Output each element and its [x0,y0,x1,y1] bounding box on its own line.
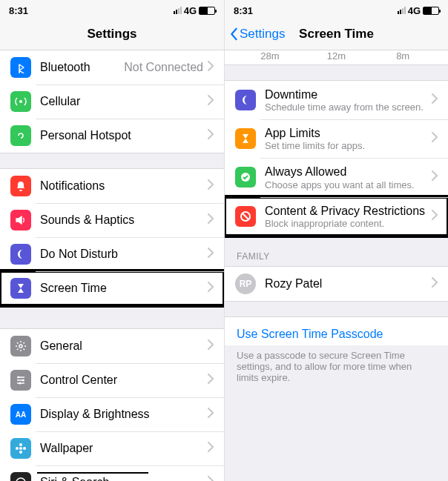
row-subtitle: Set time limits for apps. [265,140,432,151]
screentime-screen: 8:31 4G Settings Screen Time 28m 12m 8m … [224,0,448,481]
page-title: Settings [87,27,136,42]
row-label: Always Allowed [265,165,432,179]
status-time: 8:31 [234,5,253,16]
chevron-right-icon [208,408,214,421]
settings-row[interactable]: Do Not Disturb [0,237,224,271]
settings-row[interactable]: App LimitsSet time limits for apps. [225,119,448,158]
chevron-right-icon [208,374,214,387]
usage-axis: 28m 12m 8m [225,50,448,65]
svg-point-3 [22,379,24,382]
chevron-right-icon [208,61,214,74]
link-icon [10,125,31,146]
svg-point-7 [19,443,22,446]
bell-icon [10,176,31,196]
settings-row[interactable]: BluetoothNot Connected [0,50,224,84]
navbar: Settings Screen Time [225,18,448,50]
flower-icon [10,438,31,459]
gear-icon [10,336,31,356]
chevron-right-icon [432,277,438,291]
navbar: Settings [0,18,224,50]
chevron-right-icon [432,93,438,107]
avatar: RP [235,273,256,294]
chevron-right-icon [432,170,438,184]
back-button[interactable]: Settings [229,27,285,42]
row-label: General [40,339,208,353]
row-label: Rozy Patel [265,277,432,291]
chevron-right-icon [432,210,438,223]
row-subtitle: Block inappropriate content. [265,218,432,229]
check-icon [235,167,256,188]
aa-icon: AA [10,404,31,425]
bluetooth-icon [10,57,31,78]
svg-point-4 [19,382,22,385]
chevron-right-icon [208,339,214,353]
settings-row[interactable]: Cellular [0,84,224,119]
family-member-row[interactable]: RPRozy Patel [225,267,448,301]
chevron-right-icon [432,132,438,145]
svg-point-0 [19,100,22,103]
row-value: Not Connected [124,61,203,74]
chevron-right-icon [208,95,214,108]
moon-icon [10,244,31,265]
row-label: Screen Time [40,282,208,295]
row-label: Display & Brightness [40,408,208,421]
signal-icon [174,7,182,14]
chevron-left-icon [229,27,238,41]
network-label: 4G [408,5,421,16]
row-label: App Limits [265,126,432,140]
moon-icon [235,90,256,110]
passcode-footnote: Use a passcode to secure Screen Time set… [225,345,448,398]
settings-row[interactable]: Sounds & Haptics [0,203,224,237]
chevron-right-icon [208,213,214,227]
use-passcode-link[interactable]: Use Screen Time Passcode [225,316,448,345]
status-time: 8:31 [9,5,28,16]
row-subtitle: Choose apps you want at all times. [265,179,432,190]
settings-screen: 8:31 4G Settings BluetoothNot ConnectedC… [0,0,224,481]
page-title: Screen Time [299,27,374,42]
speaker-icon [10,210,31,230]
row-label: Do Not Disturb [40,248,208,261]
settings-row[interactable]: Content & Privacy RestrictionsBlock inap… [225,197,448,236]
row-label: Cellular [40,95,208,108]
chevron-right-icon [208,282,214,295]
svg-point-8 [19,451,22,454]
svg-point-2 [18,376,20,379]
row-subtitle: Schedule time away from the screen. [265,102,432,113]
svg-point-10 [23,447,26,450]
chevron-right-icon [208,248,214,261]
row-label: Control Center [40,374,208,387]
back-label: Settings [240,27,285,42]
row-label: Personal Hotspot [40,129,208,142]
section-header-family: FAMILY [225,236,448,266]
nope-icon [235,206,256,227]
battery-icon [199,7,215,15]
siri-icon [10,472,31,481]
battery-icon [423,7,439,15]
network-label: 4G [184,5,197,16]
antenna-icon [10,91,31,112]
settings-row[interactable]: DowntimeSchedule time away from the scre… [225,81,448,119]
settings-row[interactable]: Notifications [0,169,224,203]
signal-icon [398,7,406,14]
settings-row[interactable]: AADisplay & Brightness [0,397,224,431]
svg-point-1 [19,345,22,348]
chevron-right-icon [208,179,214,193]
svg-text:AA: AA [16,411,26,419]
settings-row[interactable]: General [0,329,224,363]
chevron-right-icon [208,129,214,142]
settings-row[interactable]: Screen Time [0,271,224,305]
row-label: Sounds & Haptics [40,213,208,227]
row-label: Siri & Search [40,476,208,481]
row-label: Notifications [40,179,208,193]
chevron-right-icon [208,476,214,481]
settings-row[interactable]: Always AllowedChoose apps you want at al… [225,158,448,196]
settings-row[interactable]: Wallpaper [0,431,224,465]
chevron-right-icon [208,442,214,455]
hourglass-icon [10,278,31,299]
settings-row[interactable]: Control Center [0,363,224,397]
svg-point-9 [16,447,19,450]
row-label: Content & Privacy Restrictions [265,204,432,218]
row-label: Bluetooth [40,61,124,74]
sliders-icon [10,370,31,391]
settings-row[interactable]: Personal Hotspot [0,119,224,153]
